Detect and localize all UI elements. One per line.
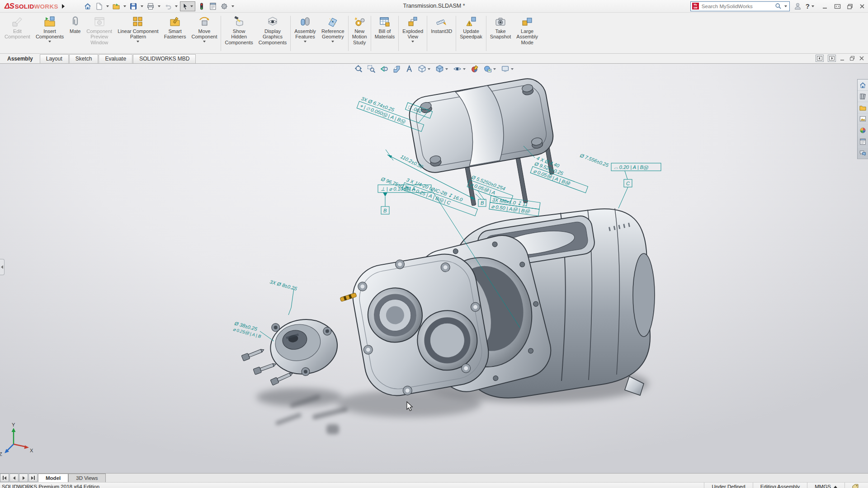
search-box[interactable]: MySW [690,1,790,11]
view-orientation-button[interactable] [417,64,432,74]
design-library-button[interactable] [858,91,868,102]
move-component-caret-icon[interactable] [203,41,206,42]
display-graphics-components-button[interactable]: Display Graphics Components [256,14,289,53]
view-settings-caret-icon[interactable] [511,68,514,70]
select-tool-button[interactable] [180,1,195,11]
new-document-button[interactable] [94,1,104,11]
restore-button[interactable] [847,3,853,9]
close-button[interactable] [859,3,865,9]
edit-appearance-button[interactable] [470,64,480,74]
save-caret-icon[interactable] [141,5,143,7]
home-button[interactable] [83,1,93,11]
show-hidden-components-icon [233,16,245,28]
instant3d-button[interactable]: Instant3D [428,14,455,53]
first-tab-button[interactable] [0,474,9,482]
print-button[interactable] [146,1,156,11]
featuremanager-collapse-handle[interactable] [0,259,5,275]
previous-view-button[interactable] [379,64,389,74]
assembly-features-button[interactable]: Assembly Features [292,14,319,53]
pane-back-button[interactable] [816,55,824,62]
doc-restore-button[interactable] [849,56,855,61]
exploded-view-caret-icon[interactable] [411,41,414,42]
apply-scene-icon [483,65,492,73]
move-component-button[interactable]: Move Component [189,14,220,53]
part-end-cap[interactable] [267,315,341,380]
view-palette-button[interactable] [858,113,868,125]
tab-model[interactable]: Model [38,474,68,482]
section-view-button[interactable] [392,64,401,74]
user-account-icon[interactable] [794,2,802,10]
span-displays-button[interactable] [834,3,841,9]
file-properties-button[interactable] [208,1,218,11]
show-hidden-components-button[interactable]: Show Hidden Components [222,14,255,53]
apply-scene-button[interactable] [483,64,497,74]
tags-button[interactable] [844,483,866,488]
search-icon[interactable] [775,3,782,9]
select-tool-caret-icon[interactable] [190,5,193,7]
options-button[interactable] [219,1,229,11]
doc-close-button[interactable] [859,56,864,61]
solidworks-forum-icon [859,149,867,157]
view-orientation-caret-icon[interactable] [428,68,430,70]
pane-forward-button[interactable] [828,55,836,62]
part-bearing-cover[interactable] [348,247,494,401]
large-assembly-mode-button[interactable]: Large Assembly Mode [514,14,541,53]
help-caret-icon[interactable] [811,5,814,7]
reference-geometry-caret-icon[interactable] [331,41,334,42]
smart-fasteners-button[interactable]: Smart Fasteners [161,14,189,53]
help-button[interactable]: ? [806,2,815,10]
display-style-caret-icon[interactable] [445,68,448,70]
exploded-view-button[interactable]: Exploded View [400,14,426,53]
search-input[interactable] [701,3,773,9]
logo-text-works: WORKS [34,3,58,10]
zoom-to-area-button[interactable] [367,64,376,74]
save-button[interactable] [128,1,138,11]
solidworks-forum-button[interactable] [858,147,868,159]
doc-minimize-button[interactable] [840,56,845,61]
zoom-to-fit-button[interactable] [354,64,363,74]
insert-components-caret-icon[interactable] [48,41,51,42]
bill-of-materials-button[interactable]: Bill of Materials [372,14,398,53]
previous-tab-button[interactable] [9,474,19,482]
mate-button[interactable]: Mate [66,14,84,53]
search-scope-caret-icon[interactable] [784,5,787,7]
hide-show-items-button[interactable] [453,64,467,74]
last-tab-button[interactable] [28,474,38,482]
file-explorer-button[interactable] [858,102,868,113]
tab-assembly[interactable]: Assembly [1,54,39,63]
taskpane-home-button[interactable] [858,80,868,91]
print-caret-icon[interactable] [158,5,160,7]
tab-layout[interactable]: Layout [40,54,69,63]
graphics-area[interactable]: 3X Ø 6.74±0.25 ⌖ | ⌀ 0.050Ⓜ | A | BⓂ □ .… [0,64,868,473]
undo-icon [164,2,172,10]
unit-system-selector[interactable]: MMGS [807,483,844,488]
tab-3d-views[interactable]: 3D Views [68,474,105,482]
custom-properties-button[interactable] [858,136,868,147]
assembly-features-caret-icon[interactable] [304,41,307,42]
appearances-scenes-button[interactable] [858,125,868,136]
dynamic-annotation-views-button[interactable] [405,64,414,74]
linear-component-pattern-button[interactable]: Linear Component Pattern [115,14,161,53]
insert-components-button[interactable]: Insert Components [33,14,66,53]
tab-evaluate[interactable]: Evaluate [99,54,132,63]
new-motion-study-button[interactable]: New Motion Study [349,14,370,53]
tab-sketch[interactable]: Sketch [69,54,99,63]
linear-component-pattern-caret-icon[interactable] [137,41,139,42]
apply-scene-caret-icon[interactable] [493,68,496,70]
open-button[interactable] [111,1,121,11]
selection-filter-button[interactable] [197,1,207,11]
new-document-caret-icon[interactable] [106,5,109,7]
display-style-button[interactable] [435,64,449,74]
minimize-button[interactable] [822,3,828,9]
hide-show-items-caret-icon[interactable] [463,68,466,70]
menu-flyout-arrow-icon[interactable] [62,4,65,9]
view-settings-button[interactable] [500,64,515,74]
take-snapshot-button[interactable]: Take Snapshot [487,14,514,53]
options-caret-icon[interactable] [231,5,234,7]
tab-solidworks-mbd[interactable]: SOLIDWORKS MBD [133,54,196,63]
reference-geometry-button[interactable]: Reference Geometry [319,14,347,53]
button-label: Show Hidden Components [225,28,253,45]
open-caret-icon[interactable] [123,5,126,7]
update-speedpak-button[interactable]: Update Speedpak [457,14,485,53]
next-tab-button[interactable] [19,474,28,482]
